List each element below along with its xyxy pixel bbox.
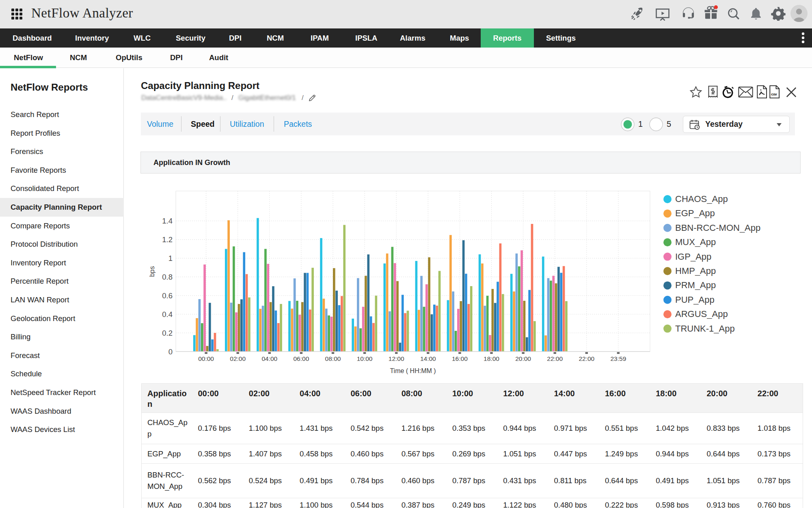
svg-text:16:00: 16:00 xyxy=(452,355,468,362)
svg-text:1.2: 1.2 xyxy=(162,235,173,244)
svg-text:23:59: 23:59 xyxy=(611,355,626,362)
svg-text:18:00: 18:00 xyxy=(484,355,499,362)
svg-text:22:00: 22:00 xyxy=(579,355,594,362)
svg-text:22:00: 22:00 xyxy=(547,355,563,362)
svg-text:csv: csv xyxy=(771,92,777,96)
svg-text:PUP_App: PUP_App xyxy=(675,295,715,305)
svg-text:0.2: 0.2 xyxy=(162,329,173,337)
svg-text:ARGUS_App: ARGUS_App xyxy=(675,309,728,319)
svg-text:08:00: 08:00 xyxy=(325,355,341,362)
svg-text:1: 1 xyxy=(168,254,173,263)
svg-text:TRUNK-1_App: TRUNK-1_App xyxy=(675,323,735,334)
svg-text:MUX_App: MUX_App xyxy=(675,237,716,247)
svg-text:0.8: 0.8 xyxy=(162,273,173,281)
svg-text:10:00: 10:00 xyxy=(357,355,373,362)
svg-text:12:00: 12:00 xyxy=(389,355,404,362)
svg-text:0: 0 xyxy=(168,347,173,356)
svg-text:04:00: 04:00 xyxy=(261,355,277,362)
svg-text:0.4: 0.4 xyxy=(162,310,173,319)
svg-text:02:00: 02:00 xyxy=(230,355,246,362)
svg-text:HMP_App: HMP_App xyxy=(675,266,716,276)
svg-text:1.4: 1.4 xyxy=(162,217,173,225)
svg-text:06:00: 06:00 xyxy=(294,355,309,362)
svg-text:20:00: 20:00 xyxy=(515,355,531,362)
svg-text:EGP_App: EGP_App xyxy=(675,208,715,218)
svg-text:IGP_App: IGP_App xyxy=(675,252,711,262)
svg-text:CHAOS_App: CHAOS_App xyxy=(675,194,728,204)
svg-text:Time ( HH:MM ): Time ( HH:MM ) xyxy=(390,367,436,374)
svg-text:PRM_App: PRM_App xyxy=(675,280,716,290)
svg-text:bps: bps xyxy=(148,266,155,277)
svg-text:0.6: 0.6 xyxy=(162,291,173,300)
svg-text:00:00: 00:00 xyxy=(198,355,214,362)
svg-text:14:00: 14:00 xyxy=(420,355,436,362)
svg-text:BBN-RCC-MON_App: BBN-RCC-MON_App xyxy=(675,223,760,233)
